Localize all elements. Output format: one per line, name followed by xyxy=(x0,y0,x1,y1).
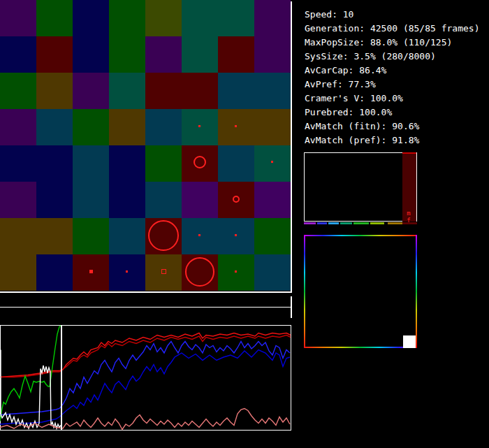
history-chart xyxy=(0,0,489,448)
agent-dot xyxy=(89,270,93,273)
mating-circle xyxy=(194,156,206,168)
agent-dot xyxy=(198,234,200,236)
agent-dot xyxy=(235,270,237,273)
agent-square-marker xyxy=(161,269,166,274)
series-blue-lower xyxy=(0,350,290,425)
series-red-lower xyxy=(0,335,291,377)
agent-dot xyxy=(198,125,200,127)
mating-circle xyxy=(185,257,214,287)
series-red-upper xyxy=(0,333,291,377)
series-green xyxy=(0,326,61,421)
simulation-app-window: { "app": {"background": "#000000"}, "sta… xyxy=(0,0,489,448)
agent-dot xyxy=(271,161,273,163)
agent-dot xyxy=(126,270,128,273)
agent-dot xyxy=(235,234,237,236)
mating-circle xyxy=(233,196,240,203)
mating-circle xyxy=(148,220,179,251)
agent-dot xyxy=(235,125,237,127)
series-white xyxy=(1,350,61,429)
